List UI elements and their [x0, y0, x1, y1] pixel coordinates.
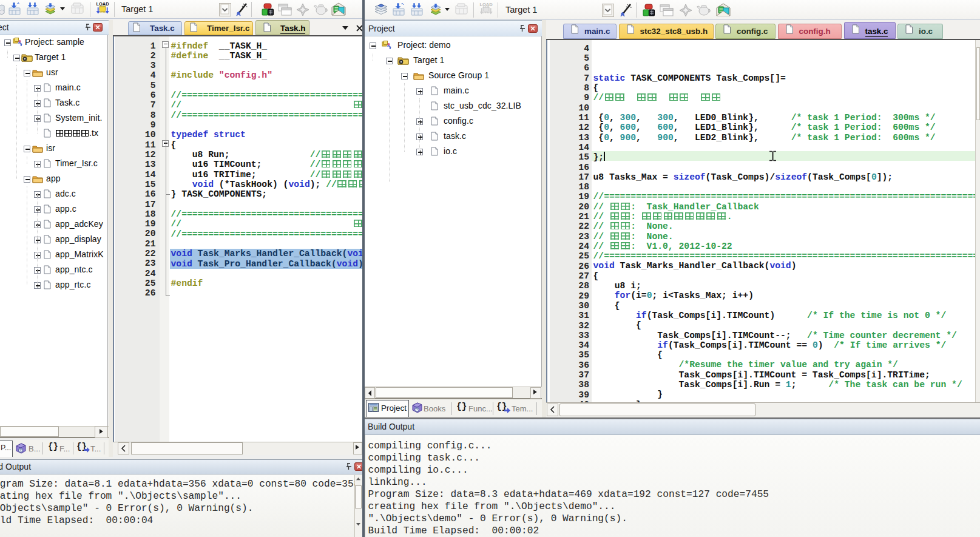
svg-text:LOAD: LOAD — [479, 2, 493, 7]
svg-text:LOAD: LOAD — [96, 1, 109, 7]
